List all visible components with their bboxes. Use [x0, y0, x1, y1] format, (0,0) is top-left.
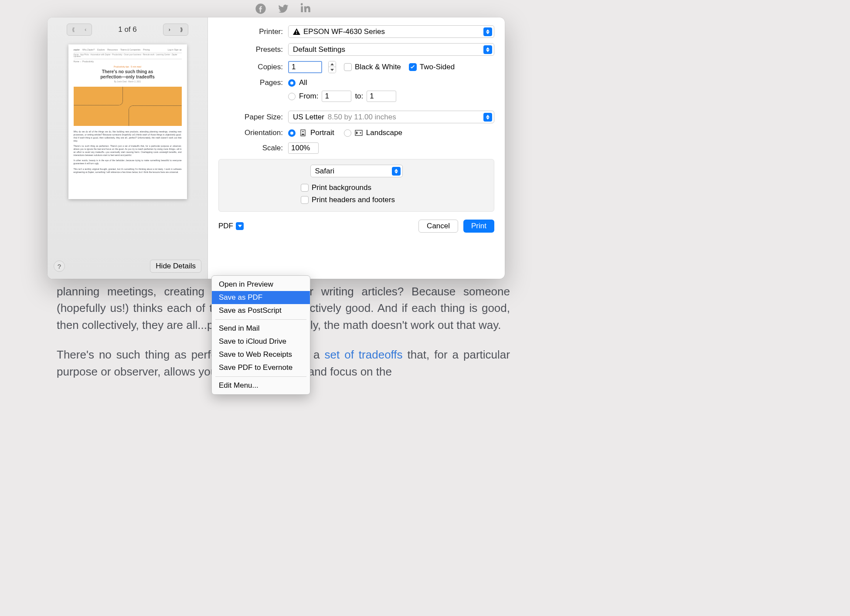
stepper-up-icon[interactable] — [329, 61, 336, 67]
menu-send-in-mail[interactable]: Send in Mail — [212, 322, 310, 335]
facebook-icon[interactable] — [255, 3, 267, 17]
nav-last-button[interactable]: ⟫ — [176, 24, 188, 35]
svg-point-5 — [360, 132, 361, 133]
nav-prev-group: ⟪ ‹ — [67, 24, 92, 36]
pdf-dropdown-menu: Open in Preview Save as PDF Save as Post… — [211, 275, 310, 395]
presets-select[interactable]: Default Settings — [288, 43, 494, 56]
portrait-icon — [299, 129, 307, 136]
settings-pane: Printer: EPSON WF-4630 Series Presets: D… — [208, 17, 505, 279]
copies-input[interactable] — [288, 61, 322, 73]
chevron-updown-icon — [483, 45, 492, 54]
menu-save-web-receipts[interactable]: Save to Web Receipts — [212, 348, 310, 361]
menu-save-as-postscript[interactable]: Save as PostScript — [212, 304, 310, 317]
svg-rect-1 — [296, 33, 297, 34]
chevron-updown-icon — [483, 113, 492, 122]
pdf-dropdown-button[interactable]: PDF — [218, 222, 244, 230]
page-thumbnail: zapierWhy Zapier?ExploreResourcesTeams &… — [68, 44, 187, 199]
linkedin-icon[interactable] — [300, 3, 312, 17]
copies-label: Copies: — [218, 63, 288, 71]
orientation-portrait-radio[interactable] — [288, 129, 296, 137]
pages-all-radio[interactable] — [288, 79, 296, 87]
page-thumbnail-wrap: zapierWhy Zapier?ExploreResourcesTeams &… — [48, 39, 207, 255]
print-headers-footers-checkbox[interactable]: Print headers and footers — [301, 196, 487, 204]
preview-pane: ⟪ ‹ 1 of 6 › ⟫ zapierWhy Zapier?ExploreR… — [48, 17, 208, 279]
paper-size-select[interactable]: US Letter8.50 by 11.00 inches — [288, 111, 494, 123]
checkbox-icon — [344, 63, 352, 71]
nav-next-button[interactable]: › — [163, 24, 176, 35]
pages-to-input[interactable] — [367, 91, 396, 102]
scale-label: Scale: — [218, 144, 288, 152]
print-dialog: ⟪ ‹ 1 of 6 › ⟫ zapierWhy Zapier?ExploreR… — [48, 17, 505, 279]
menu-separator — [215, 376, 306, 377]
orientation-label: Orientation: — [218, 129, 288, 137]
landscape-icon — [354, 129, 363, 136]
checkbox-icon — [301, 184, 309, 192]
chevron-updown-icon — [392, 167, 401, 176]
printer-label: Printer: — [218, 27, 288, 36]
menu-open-preview[interactable]: Open in Preview — [212, 278, 310, 291]
print-backgrounds-checkbox[interactable]: Print backgrounds — [301, 183, 487, 192]
copies-stepper[interactable] — [328, 61, 336, 73]
paper-size-label: Paper Size: — [218, 113, 288, 122]
pages-range-radio[interactable] — [288, 93, 296, 100]
menu-separator — [215, 319, 306, 320]
chevron-down-icon — [236, 222, 244, 230]
menu-edit-menu[interactable]: Edit Menu... — [212, 379, 310, 392]
presets-label: Presets: — [218, 45, 288, 54]
hide-details-button[interactable]: Hide Details — [150, 260, 201, 273]
menu-save-icloud[interactable]: Save to iCloud Drive — [212, 335, 310, 348]
chevron-updown-icon — [483, 27, 492, 36]
menu-save-as-pdf[interactable]: Save as PDF — [212, 291, 310, 304]
page-indicator: 1 of 6 — [118, 25, 137, 34]
twitter-icon[interactable] — [277, 3, 289, 17]
orientation-landscape-radio[interactable] — [344, 129, 351, 137]
help-button[interactable]: ? — [54, 261, 65, 272]
two-sided-checkbox[interactable]: Two-Sided — [409, 63, 455, 71]
nav-prev-button[interactable]: ‹ — [79, 24, 92, 35]
app-options-section: Safari Print backgrounds Print headers a… — [218, 159, 494, 212]
nav-first-button[interactable]: ⟪ — [67, 24, 79, 35]
pages-label: Pages: — [218, 78, 288, 87]
warning-icon — [293, 28, 301, 35]
checkbox-checked-icon — [409, 63, 417, 71]
tradeoffs-link[interactable]: set of tradeoffs — [324, 348, 402, 361]
nav-next-group: › ⟫ — [163, 24, 188, 36]
svg-rect-0 — [296, 30, 297, 33]
scale-input[interactable] — [288, 142, 319, 154]
stepper-down-icon[interactable] — [329, 67, 336, 73]
app-select[interactable]: Safari — [310, 165, 403, 177]
pages-from-input[interactable] — [322, 91, 351, 102]
svg-point-3 — [302, 131, 303, 132]
print-button[interactable]: Print — [463, 220, 494, 233]
cancel-button[interactable]: Cancel — [418, 220, 458, 233]
social-icons — [57, 0, 510, 17]
checkbox-icon — [301, 196, 309, 204]
printer-select[interactable]: EPSON WF-4630 Series — [288, 25, 494, 38]
black-white-checkbox[interactable]: Black & White — [344, 63, 401, 71]
menu-save-evernote[interactable]: Save PDF to Evernote — [212, 361, 310, 374]
